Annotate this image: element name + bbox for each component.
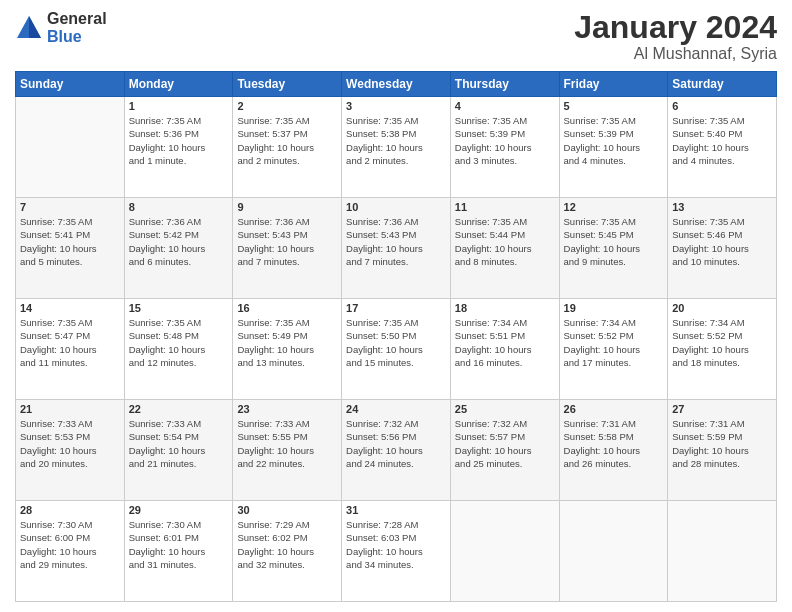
calendar-cell: 12Sunrise: 7:35 AMSunset: 5:45 PMDayligh… bbox=[559, 198, 668, 299]
day-number: 16 bbox=[237, 302, 337, 314]
logo-general: General bbox=[47, 10, 107, 28]
day-number: 30 bbox=[237, 504, 337, 516]
calendar-cell: 23Sunrise: 7:33 AMSunset: 5:55 PMDayligh… bbox=[233, 400, 342, 501]
day-info: Sunrise: 7:35 AMSunset: 5:47 PMDaylight:… bbox=[20, 316, 120, 369]
day-number: 13 bbox=[672, 201, 772, 213]
day-number: 12 bbox=[564, 201, 664, 213]
title-block: January 2024 Al Mushannaf, Syria bbox=[574, 10, 777, 63]
day-info: Sunrise: 7:34 AMSunset: 5:52 PMDaylight:… bbox=[672, 316, 772, 369]
calendar-cell: 10Sunrise: 7:36 AMSunset: 5:43 PMDayligh… bbox=[342, 198, 451, 299]
day-info: Sunrise: 7:35 AMSunset: 5:39 PMDaylight:… bbox=[455, 114, 555, 167]
calendar-cell bbox=[668, 501, 777, 602]
page: General Blue January 2024 Al Mushannaf, … bbox=[0, 0, 792, 612]
calendar-cell: 3Sunrise: 7:35 AMSunset: 5:38 PMDaylight… bbox=[342, 97, 451, 198]
day-info: Sunrise: 7:33 AMSunset: 5:53 PMDaylight:… bbox=[20, 417, 120, 470]
day-info: Sunrise: 7:36 AMSunset: 5:43 PMDaylight:… bbox=[237, 215, 337, 268]
logo-icon bbox=[15, 14, 43, 42]
day-info: Sunrise: 7:33 AMSunset: 5:54 PMDaylight:… bbox=[129, 417, 229, 470]
day-number: 31 bbox=[346, 504, 446, 516]
day-info: Sunrise: 7:35 AMSunset: 5:40 PMDaylight:… bbox=[672, 114, 772, 167]
day-header-sunday: Sunday bbox=[16, 72, 125, 97]
day-info: Sunrise: 7:31 AMSunset: 5:59 PMDaylight:… bbox=[672, 417, 772, 470]
day-info: Sunrise: 7:35 AMSunset: 5:41 PMDaylight:… bbox=[20, 215, 120, 268]
calendar-cell: 31Sunrise: 7:28 AMSunset: 6:03 PMDayligh… bbox=[342, 501, 451, 602]
day-number: 10 bbox=[346, 201, 446, 213]
calendar-cell: 4Sunrise: 7:35 AMSunset: 5:39 PMDaylight… bbox=[450, 97, 559, 198]
calendar-cell: 18Sunrise: 7:34 AMSunset: 5:51 PMDayligh… bbox=[450, 299, 559, 400]
day-info: Sunrise: 7:29 AMSunset: 6:02 PMDaylight:… bbox=[237, 518, 337, 571]
day-info: Sunrise: 7:35 AMSunset: 5:44 PMDaylight:… bbox=[455, 215, 555, 268]
day-info: Sunrise: 7:35 AMSunset: 5:45 PMDaylight:… bbox=[564, 215, 664, 268]
day-number: 4 bbox=[455, 100, 555, 112]
calendar-cell: 21Sunrise: 7:33 AMSunset: 5:53 PMDayligh… bbox=[16, 400, 125, 501]
calendar-cell: 7Sunrise: 7:35 AMSunset: 5:41 PMDaylight… bbox=[16, 198, 125, 299]
day-info: Sunrise: 7:34 AMSunset: 5:51 PMDaylight:… bbox=[455, 316, 555, 369]
calendar-cell: 24Sunrise: 7:32 AMSunset: 5:56 PMDayligh… bbox=[342, 400, 451, 501]
day-number: 20 bbox=[672, 302, 772, 314]
day-number: 2 bbox=[237, 100, 337, 112]
calendar-cell: 29Sunrise: 7:30 AMSunset: 6:01 PMDayligh… bbox=[124, 501, 233, 602]
day-number: 5 bbox=[564, 100, 664, 112]
day-info: Sunrise: 7:35 AMSunset: 5:46 PMDaylight:… bbox=[672, 215, 772, 268]
day-info: Sunrise: 7:30 AMSunset: 6:00 PMDaylight:… bbox=[20, 518, 120, 571]
calendar-cell: 15Sunrise: 7:35 AMSunset: 5:48 PMDayligh… bbox=[124, 299, 233, 400]
day-header-wednesday: Wednesday bbox=[342, 72, 451, 97]
main-title: January 2024 bbox=[574, 10, 777, 45]
day-header-monday: Monday bbox=[124, 72, 233, 97]
calendar-cell: 9Sunrise: 7:36 AMSunset: 5:43 PMDaylight… bbox=[233, 198, 342, 299]
day-number: 1 bbox=[129, 100, 229, 112]
day-number: 27 bbox=[672, 403, 772, 415]
calendar-cell: 17Sunrise: 7:35 AMSunset: 5:50 PMDayligh… bbox=[342, 299, 451, 400]
day-number: 8 bbox=[129, 201, 229, 213]
day-number: 19 bbox=[564, 302, 664, 314]
calendar-cell: 8Sunrise: 7:36 AMSunset: 5:42 PMDaylight… bbox=[124, 198, 233, 299]
calendar-cell: 16Sunrise: 7:35 AMSunset: 5:49 PMDayligh… bbox=[233, 299, 342, 400]
day-info: Sunrise: 7:35 AMSunset: 5:48 PMDaylight:… bbox=[129, 316, 229, 369]
calendar-cell bbox=[16, 97, 125, 198]
calendar-cell: 11Sunrise: 7:35 AMSunset: 5:44 PMDayligh… bbox=[450, 198, 559, 299]
day-info: Sunrise: 7:34 AMSunset: 5:52 PMDaylight:… bbox=[564, 316, 664, 369]
calendar-cell: 6Sunrise: 7:35 AMSunset: 5:40 PMDaylight… bbox=[668, 97, 777, 198]
subtitle: Al Mushannaf, Syria bbox=[574, 45, 777, 63]
day-number: 29 bbox=[129, 504, 229, 516]
day-number: 28 bbox=[20, 504, 120, 516]
logo-blue: Blue bbox=[47, 28, 107, 46]
calendar-cell: 22Sunrise: 7:33 AMSunset: 5:54 PMDayligh… bbox=[124, 400, 233, 501]
calendar-cell: 5Sunrise: 7:35 AMSunset: 5:39 PMDaylight… bbox=[559, 97, 668, 198]
day-number: 14 bbox=[20, 302, 120, 314]
day-info: Sunrise: 7:35 AMSunset: 5:36 PMDaylight:… bbox=[129, 114, 229, 167]
calendar-cell: 30Sunrise: 7:29 AMSunset: 6:02 PMDayligh… bbox=[233, 501, 342, 602]
calendar-table: SundayMondayTuesdayWednesdayThursdayFrid… bbox=[15, 71, 777, 602]
week-row-1: 7Sunrise: 7:35 AMSunset: 5:41 PMDaylight… bbox=[16, 198, 777, 299]
calendar-cell: 1Sunrise: 7:35 AMSunset: 5:36 PMDaylight… bbox=[124, 97, 233, 198]
day-info: Sunrise: 7:28 AMSunset: 6:03 PMDaylight:… bbox=[346, 518, 446, 571]
calendar-cell: 13Sunrise: 7:35 AMSunset: 5:46 PMDayligh… bbox=[668, 198, 777, 299]
day-info: Sunrise: 7:36 AMSunset: 5:43 PMDaylight:… bbox=[346, 215, 446, 268]
header: General Blue January 2024 Al Mushannaf, … bbox=[15, 10, 777, 63]
logo-text: General Blue bbox=[47, 10, 107, 45]
week-row-2: 14Sunrise: 7:35 AMSunset: 5:47 PMDayligh… bbox=[16, 299, 777, 400]
calendar-cell: 26Sunrise: 7:31 AMSunset: 5:58 PMDayligh… bbox=[559, 400, 668, 501]
day-info: Sunrise: 7:33 AMSunset: 5:55 PMDaylight:… bbox=[237, 417, 337, 470]
day-number: 22 bbox=[129, 403, 229, 415]
logo: General Blue bbox=[15, 10, 107, 45]
calendar-cell bbox=[559, 501, 668, 602]
header-row: SundayMondayTuesdayWednesdayThursdayFrid… bbox=[16, 72, 777, 97]
day-number: 24 bbox=[346, 403, 446, 415]
calendar-cell bbox=[450, 501, 559, 602]
day-number: 9 bbox=[237, 201, 337, 213]
week-row-0: 1Sunrise: 7:35 AMSunset: 5:36 PMDaylight… bbox=[16, 97, 777, 198]
day-number: 11 bbox=[455, 201, 555, 213]
day-number: 6 bbox=[672, 100, 772, 112]
day-number: 21 bbox=[20, 403, 120, 415]
calendar-cell: 25Sunrise: 7:32 AMSunset: 5:57 PMDayligh… bbox=[450, 400, 559, 501]
week-row-3: 21Sunrise: 7:33 AMSunset: 5:53 PMDayligh… bbox=[16, 400, 777, 501]
day-number: 7 bbox=[20, 201, 120, 213]
day-number: 26 bbox=[564, 403, 664, 415]
day-number: 3 bbox=[346, 100, 446, 112]
calendar-cell: 14Sunrise: 7:35 AMSunset: 5:47 PMDayligh… bbox=[16, 299, 125, 400]
calendar-cell: 20Sunrise: 7:34 AMSunset: 5:52 PMDayligh… bbox=[668, 299, 777, 400]
day-info: Sunrise: 7:32 AMSunset: 5:56 PMDaylight:… bbox=[346, 417, 446, 470]
week-row-4: 28Sunrise: 7:30 AMSunset: 6:00 PMDayligh… bbox=[16, 501, 777, 602]
day-number: 15 bbox=[129, 302, 229, 314]
